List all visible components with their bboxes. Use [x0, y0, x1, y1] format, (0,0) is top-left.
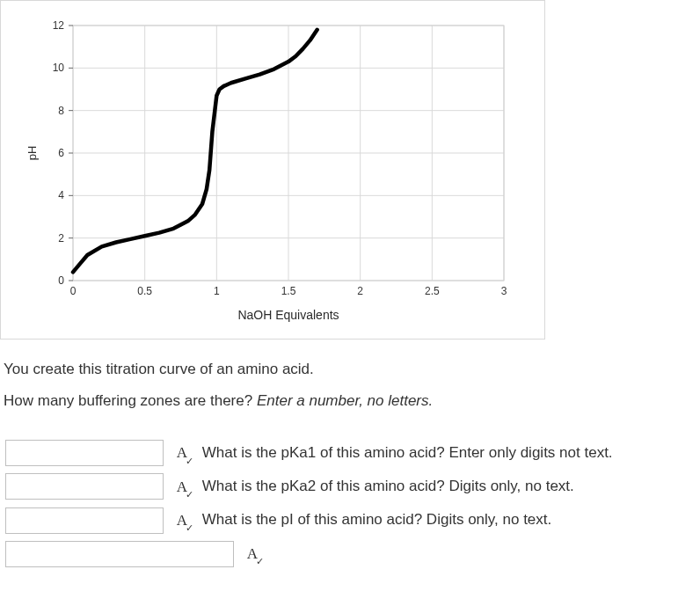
svg-text:12: 12	[53, 19, 65, 32]
svg-text:4: 4	[58, 189, 64, 201]
chart-panel: 00.511.522.53024681012NaOH EquivalentspH	[0, 0, 545, 340]
answer-flow: A What is the pKa1 of this amino acid? E…	[4, 436, 693, 571]
svg-text:2: 2	[357, 285, 363, 297]
only-no-text-2: only, no text.	[468, 511, 551, 528]
spellcheck-icon[interactable]: A	[177, 471, 187, 503]
pi-prompt: What is the pI of this amino acid? Digit…	[202, 511, 464, 528]
svg-text:NaOH Equivalents: NaOH Equivalents	[237, 308, 339, 322]
buffer-prompt: How many buffering zones are there?	[4, 392, 257, 409]
question-block: You create this titration curve of an am…	[0, 359, 700, 570]
pka2-prompt: What is the pKa2 of this amino acid? Dig…	[202, 478, 486, 494]
svg-text:1.5: 1.5	[281, 285, 296, 297]
svg-text:0: 0	[58, 274, 64, 287]
svg-text:3: 3	[501, 285, 507, 297]
svg-text:1: 1	[214, 285, 220, 297]
pka1-input[interactable]	[5, 473, 164, 500]
only-no-text-1: only, no text.	[491, 478, 574, 494]
buffer-hint: Enter a number, no letters.	[257, 392, 433, 409]
intro-text: You create this titration curve of an am…	[4, 359, 693, 380]
svg-text:6: 6	[58, 147, 64, 159]
spellcheck-icon[interactable]: A	[177, 436, 187, 469]
spellcheck-icon[interactable]: A	[247, 537, 258, 570]
pka2-input[interactable]	[5, 507, 164, 534]
not-text-fragment: not text.	[559, 444, 612, 461]
pka1-prompt: What is the pKa1 of this amino acid? Ent…	[202, 444, 556, 461]
svg-text:10: 10	[53, 62, 65, 74]
svg-text:8: 8	[58, 105, 64, 117]
spellcheck-icon[interactable]: A	[177, 504, 187, 537]
svg-text:2: 2	[58, 232, 64, 245]
svg-text:0.5: 0.5	[137, 285, 152, 297]
buffer-zones-input[interactable]	[5, 440, 164, 466]
titration-chart: 00.511.522.53024681012NaOH EquivalentspH	[22, 17, 514, 325]
pi-input[interactable]	[5, 541, 234, 567]
buffer-question: How many buffering zones are there? Ente…	[4, 391, 693, 412]
svg-text:pH: pH	[26, 146, 39, 161]
svg-text:2.5: 2.5	[425, 285, 440, 297]
chart-svg: 00.511.522.53024681012NaOH EquivalentspH	[22, 17, 514, 325]
svg-text:0: 0	[70, 285, 77, 297]
